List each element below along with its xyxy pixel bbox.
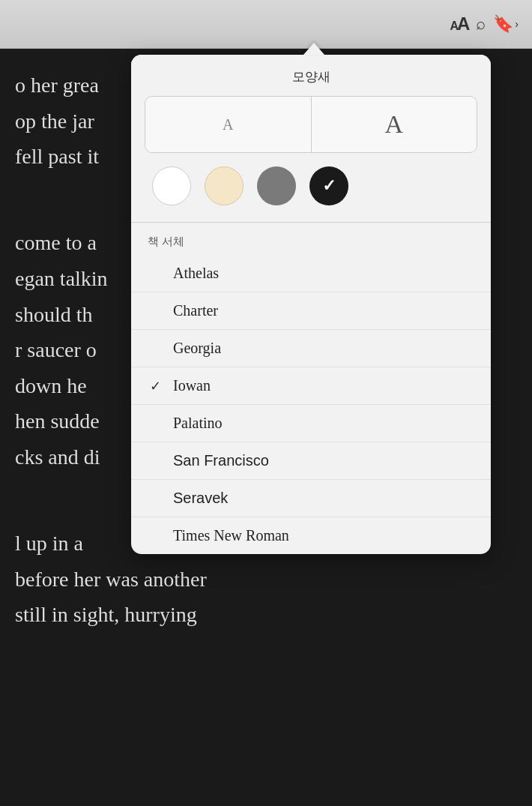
decrease-font-button[interactable]: A: [145, 97, 312, 152]
font-item-sf[interactable]: San Francisco: [131, 442, 491, 480]
font-check-georgia: [148, 340, 163, 356]
top-bar: AA ⌕ 🔖 ›: [0, 0, 532, 49]
decrease-font-label: A: [223, 116, 233, 133]
font-name-charter: Charter: [173, 302, 474, 319]
font-check-seravek: [148, 490, 163, 506]
font-item-seravek[interactable]: Seravek: [131, 480, 491, 517]
increase-font-button[interactable]: A: [312, 97, 477, 152]
color-options: ✓: [152, 166, 470, 205]
font-item-georgia[interactable]: Georgia: [131, 330, 491, 367]
font-item-athelas[interactable]: Athelas: [131, 255, 491, 292]
small-a: A: [450, 19, 457, 32]
font-name-seravek: Seravek: [173, 490, 474, 507]
font-item-times[interactable]: Times New Roman: [131, 517, 491, 554]
font-size-icon[interactable]: AA: [450, 13, 468, 34]
popup-title: 모양새: [131, 55, 491, 96]
font-size-controls: A A: [145, 96, 477, 153]
font-check-charter: [148, 303, 163, 319]
color-gray-button[interactable]: [257, 166, 296, 205]
large-a: A: [457, 13, 468, 34]
popup-arrow: [303, 43, 324, 55]
increase-font-label: A: [384, 110, 403, 139]
chevron-down-icon: ›: [515, 18, 519, 30]
color-black-button[interactable]: ✓: [309, 166, 348, 205]
selected-checkmark: ✓: [322, 176, 336, 196]
font-list: Athelas Charter Georgia ✓ Iowan Palatino…: [131, 255, 491, 554]
font-name-sf: San Francisco: [173, 452, 474, 469]
font-check-iowan: ✓: [148, 378, 163, 394]
font-name-georgia: Georgia: [173, 340, 474, 357]
color-sepia-button[interactable]: [205, 166, 244, 205]
font-item-charter[interactable]: Charter: [131, 292, 491, 330]
bookmark-icon: 🔖: [493, 14, 513, 34]
search-icon[interactable]: ⌕: [476, 14, 486, 34]
color-white-button[interactable]: [152, 166, 191, 205]
bookmark-area[interactable]: 🔖 ›: [493, 14, 519, 34]
font-item-palatino[interactable]: Palatino: [131, 405, 491, 442]
font-check-sf: [148, 453, 163, 469]
font-check-athelas: [148, 265, 163, 281]
font-check-palatino: [148, 415, 163, 431]
font-section-label: 책 서체: [131, 223, 491, 255]
font-name-times: Times New Roman: [173, 527, 474, 544]
appearance-popup: 모양새 A A ✓ 책 서체 Athelas Charter Georg: [131, 55, 491, 554]
font-name-iowan: Iowan: [173, 377, 474, 394]
font-name-athelas: Athelas: [173, 265, 474, 282]
font-check-times: [148, 528, 163, 544]
font-name-palatino: Palatino: [173, 415, 474, 432]
font-item-iowan[interactable]: ✓ Iowan: [131, 367, 491, 405]
toolbar-icons: AA ⌕ 🔖 ›: [450, 13, 519, 34]
